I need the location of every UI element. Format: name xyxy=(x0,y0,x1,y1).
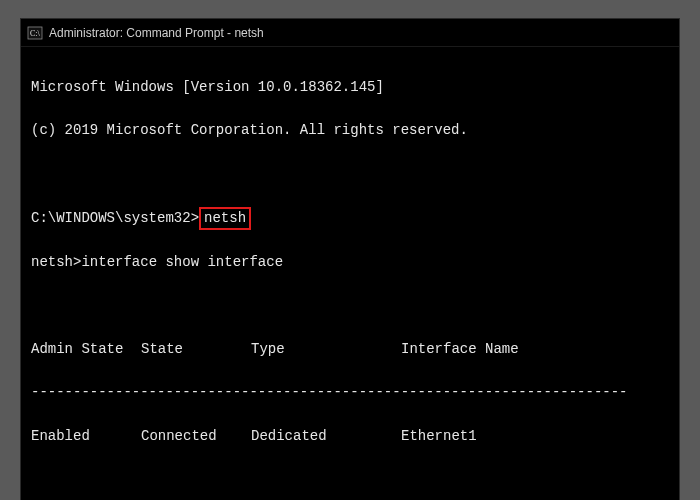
prompt-path: C:\WINDOWS\system32> xyxy=(31,210,199,226)
version-line: Microsoft Windows [Version 10.0.18362.14… xyxy=(31,77,669,99)
blank-line xyxy=(31,469,669,491)
cell-interface-name: Ethernet1 xyxy=(401,426,477,448)
table-header-row: Admin StateStateTypeInterface Name xyxy=(31,339,669,361)
blank-line xyxy=(31,295,669,317)
window-title: Administrator: Command Prompt - netsh xyxy=(49,26,264,40)
col-admin-state: Admin State xyxy=(31,339,141,361)
prompt-line-1: C:\WINDOWS\system32>netsh xyxy=(31,207,669,231)
table-divider: ----------------------------------------… xyxy=(31,382,669,404)
svg-text:C:\: C:\ xyxy=(30,29,41,38)
table-row: EnabledConnectedDedicatedEthernet1 xyxy=(31,426,669,448)
cell-type: Dedicated xyxy=(251,426,401,448)
command-text: interface show interface xyxy=(81,254,283,270)
prompt-line-2: netsh>interface show interface xyxy=(31,252,669,274)
blank-line xyxy=(31,163,669,185)
col-interface-name: Interface Name xyxy=(401,339,519,361)
copyright-line: (c) 2019 Microsoft Corporation. All righ… xyxy=(31,120,669,142)
col-type: Type xyxy=(251,339,401,361)
cell-state: Connected xyxy=(141,426,251,448)
highlighted-command-netsh: netsh xyxy=(199,207,251,231)
titlebar[interactable]: C:\ Administrator: Command Prompt - nets… xyxy=(21,19,679,47)
command-prompt-window: C:\ Administrator: Command Prompt - nets… xyxy=(20,18,680,500)
terminal-output[interactable]: Microsoft Windows [Version 10.0.18362.14… xyxy=(21,47,679,500)
cell-admin-state: Enabled xyxy=(31,426,141,448)
prompt-path: netsh> xyxy=(31,254,81,270)
cmd-icon: C:\ xyxy=(27,25,43,41)
col-state: State xyxy=(141,339,251,361)
